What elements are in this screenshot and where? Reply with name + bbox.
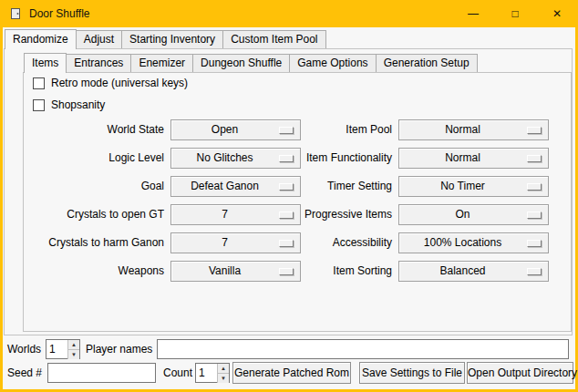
tab-dungeon-shuffle[interactable]: Dungeon Shuffle — [192, 54, 290, 72]
tab-game-options[interactable]: Game Options — [289, 54, 376, 72]
window-title: Door Shuffle — [29, 7, 90, 20]
primary-tabs: Randomize Adjust Starting Inventory Cust… — [5, 29, 326, 49]
dropdown-logic-level[interactable]: No Glitches — [170, 148, 301, 169]
checkbox-shopsanity[interactable]: Shopsanity — [33, 98, 105, 111]
app-icon — [9, 7, 22, 20]
dropdown-indicator-icon — [279, 211, 294, 219]
generate-rom-button[interactable]: Generate Patched Rom — [232, 362, 351, 384]
dropdown-value: On — [403, 205, 522, 224]
dropdown-indicator-icon — [527, 155, 542, 162]
dropdown-value: 7 — [175, 205, 274, 224]
label-progressive-items: Progressive Items — [299, 204, 392, 225]
dropdown-value: Normal — [403, 149, 522, 168]
spin-up-icon[interactable]: ▲ — [67, 340, 79, 349]
dropdown-item-functionality[interactable]: Normal — [398, 148, 549, 169]
close-button[interactable]: ✕ — [536, 0, 578, 27]
dropdown-value: Open — [175, 120, 274, 139]
count-spinbox[interactable]: ▲ ▼ — [195, 363, 230, 383]
save-settings-button[interactable]: Save Settings to File — [359, 362, 465, 384]
tab-randomize[interactable]: Randomize — [5, 29, 77, 49]
tab-starting-inventory[interactable]: Starting Inventory — [121, 30, 223, 48]
spin-down-icon[interactable]: ▼ — [67, 349, 79, 359]
secondary-tabs: Items Entrances Enemizer Dungeon Shuffle… — [24, 53, 478, 73]
tab-adjust[interactable]: Adjust — [76, 30, 122, 48]
minimize-button[interactable]: — — [452, 0, 494, 27]
label-item-sorting: Item Sorting — [299, 261, 392, 282]
dropdown-indicator-icon — [527, 240, 542, 247]
count-input[interactable] — [196, 364, 217, 382]
dropdown-indicator-icon — [279, 240, 294, 247]
tab-enemizer[interactable]: Enemizer — [130, 54, 193, 72]
seed-input[interactable] — [47, 363, 156, 383]
dropdown-value: 7 — [175, 233, 274, 253]
dropdown-value: Normal — [403, 120, 522, 139]
worlds-label: Worlds — [7, 339, 41, 359]
label-crystals-ganon: Crystals to harm Ganon — [16, 232, 164, 253]
player-names-input[interactable] — [157, 339, 569, 359]
count-label: Count — [163, 363, 192, 383]
dropdown-weapons[interactable]: Vanilla — [170, 261, 301, 282]
app-window: Door Shuffle — □ ✕ Randomize Adjust Star… — [0, 0, 578, 392]
label-accessibility: Accessibility — [299, 232, 392, 253]
worlds-input[interactable] — [46, 340, 67, 358]
dropdown-goal[interactable]: Defeat Ganon — [170, 176, 301, 197]
dropdown-value: No Glitches — [175, 149, 274, 168]
dropdown-accessibility[interactable]: 100% Locations — [398, 232, 549, 253]
dropdown-crystals-gt[interactable]: 7 — [170, 204, 301, 225]
dropdown-value: Vanilla — [175, 262, 274, 281]
worlds-spinbox[interactable]: ▲ ▼ — [46, 339, 80, 359]
dropdown-progressive-items[interactable]: On — [398, 204, 549, 225]
dropdown-indicator-icon — [527, 268, 542, 275]
dropdown-item-sorting[interactable]: Balanced — [398, 261, 549, 282]
checkbox-retro-mode[interactable]: Retro mode (universal keys) — [33, 77, 188, 89]
dropdown-indicator-icon — [279, 127, 294, 134]
dropdown-indicator-icon — [279, 268, 294, 275]
dropdown-item-pool[interactable]: Normal — [398, 119, 549, 140]
checkbox-label: Retro mode (universal keys) — [51, 77, 188, 89]
tab-entrances[interactable]: Entrances — [66, 54, 131, 72]
label-world-state: World State — [16, 119, 164, 140]
dropdown-indicator-icon — [279, 183, 294, 191]
tab-generation-setup[interactable]: Generation Setup — [376, 54, 478, 72]
label-item-pool: Item Pool — [299, 119, 392, 140]
label-weapons: Weapons — [16, 261, 164, 282]
dropdown-indicator-icon — [279, 155, 294, 162]
maximize-button[interactable]: □ — [494, 0, 536, 27]
dropdown-indicator-icon — [527, 127, 542, 134]
dropdown-value: 100% Locations — [403, 233, 522, 253]
titlebar[interactable]: Door Shuffle — □ ✕ — [0, 0, 578, 27]
label-timer-setting: Timer Setting — [299, 176, 392, 197]
dropdown-world-state[interactable]: Open — [170, 119, 301, 140]
spin-arrows: ▲ ▼ — [67, 340, 79, 358]
open-output-button[interactable]: Open Output Directory — [467, 362, 573, 384]
checkbox-box[interactable] — [33, 99, 45, 111]
label-crystals-gt: Crystals to open GT — [16, 204, 164, 225]
dropdown-timer-setting[interactable]: No Timer — [398, 176, 549, 197]
tab-custom-item-pool[interactable]: Custom Item Pool — [222, 30, 325, 48]
checkbox-label: Shopsanity — [51, 98, 105, 111]
tab-items[interactable]: Items — [24, 53, 67, 73]
label-logic-level: Logic Level — [16, 148, 164, 169]
dropdown-value: No Timer — [403, 177, 522, 196]
dropdown-value: Balanced — [403, 262, 522, 281]
spin-down-icon[interactable]: ▼ — [217, 373, 229, 383]
seed-label: Seed # — [7, 363, 42, 383]
dropdown-value: Defeat Ganon — [175, 177, 274, 196]
dropdown-indicator-icon — [527, 211, 542, 219]
dropdown-indicator-icon — [527, 183, 542, 191]
label-item-functionality: Item Functionality — [299, 148, 392, 169]
checkbox-box[interactable] — [33, 77, 45, 89]
spin-up-icon[interactable]: ▲ — [217, 364, 229, 373]
dropdown-crystals-ganon[interactable]: 7 — [170, 232, 301, 253]
spin-arrows: ▲ ▼ — [217, 364, 229, 382]
label-goal: Goal — [16, 176, 164, 197]
player-names-label: Player names — [86, 339, 152, 359]
